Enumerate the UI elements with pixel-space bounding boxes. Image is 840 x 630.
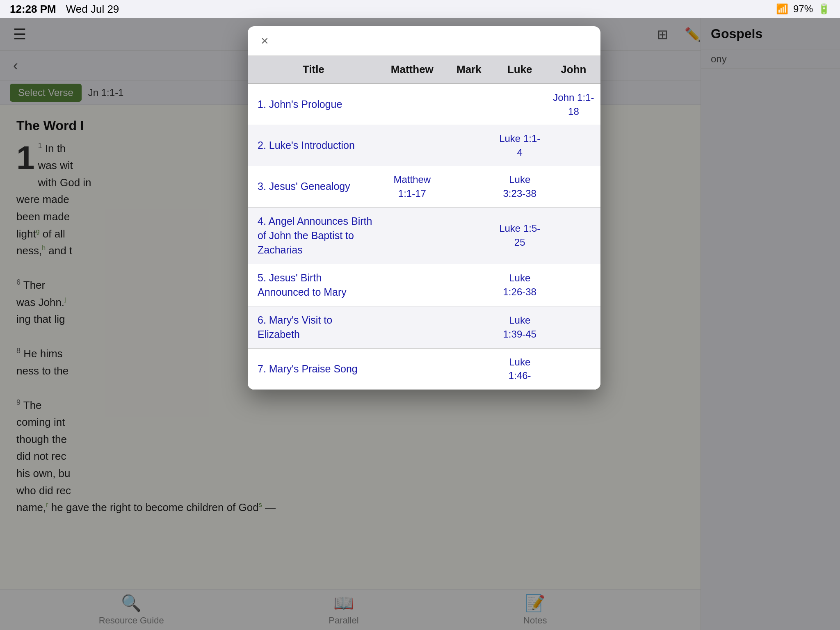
row3-john — [547, 180, 600, 193]
table-row[interactable]: 2. Luke's Introduction Luke 1:1-4 — [248, 125, 600, 166]
modal-panel: × Title Matthew Mark Luke John 1. John's… — [248, 26, 600, 390]
table-row[interactable]: 1. John's Prologue John 1:1-18 — [248, 84, 600, 125]
row6-matthew — [379, 321, 445, 334]
row4-mark — [445, 229, 493, 242]
row7-john — [547, 362, 600, 375]
row3-matthew: Matthew 1:1-17 — [379, 166, 445, 207]
row2-luke: Luke 1:1-4 — [493, 125, 547, 166]
row4-matthew — [379, 229, 445, 242]
row3-title: 3. Jesus' Genealogy — [248, 173, 379, 200]
row1-matthew — [379, 98, 445, 111]
row5-title: 5. Jesus' Birth Announced to Mary — [248, 264, 379, 306]
col-header-title: Title — [248, 63, 379, 76]
col-header-matthew: Matthew — [379, 63, 445, 76]
row2-mark — [445, 139, 493, 152]
col-header-luke: Luke — [493, 63, 547, 76]
row2-matthew — [379, 139, 445, 152]
row1-john: John 1:1-18 — [547, 84, 600, 125]
col-header-john: John — [547, 63, 600, 76]
row6-john — [547, 321, 600, 334]
table-row[interactable]: 5. Jesus' Birth Announced to Mary Luke 1… — [248, 264, 600, 306]
row2-title: 2. Luke's Introduction — [248, 132, 379, 159]
row5-mark — [445, 278, 493, 292]
modal-header: × — [248, 26, 600, 56]
row6-title: 6. Mary's Visit to Elizabeth — [248, 306, 379, 348]
table-header-row: Title Matthew Mark Luke John — [248, 56, 600, 84]
row4-luke: Luke 1:5-25 — [493, 215, 547, 256]
modal-close-button[interactable]: × — [261, 33, 269, 48]
wifi-icon: 📶 — [776, 3, 788, 15]
status-right: 📶 97% 🔋 — [776, 3, 830, 15]
row5-luke: Luke 1:26-38 — [493, 265, 547, 305]
row2-john — [547, 139, 600, 152]
row7-matthew — [379, 362, 445, 375]
col-header-mark: Mark — [445, 63, 493, 76]
row3-mark — [445, 180, 493, 193]
row1-title: 1. John's Prologue — [248, 91, 379, 118]
modal-overlay: × Title Matthew Mark Luke John 1. John's… — [0, 18, 840, 630]
row6-luke: Luke 1:39-45 — [493, 307, 547, 347]
row1-luke — [493, 98, 547, 111]
harmony-table[interactable]: Title Matthew Mark Luke John 1. John's P… — [248, 56, 600, 390]
row7-title: 7. Mary's Praise Song — [248, 355, 379, 383]
battery-icon: 🔋 — [818, 3, 830, 15]
row5-matthew — [379, 278, 445, 292]
status-date: Wed Jul 29 — [66, 3, 119, 16]
row4-title: 4. Angel Announces Birth of John the Bap… — [248, 208, 379, 264]
status-time: 12:28 PM — [10, 3, 56, 16]
status-bar: 12:28 PM Wed Jul 29 📶 97% 🔋 — [0, 0, 840, 18]
table-row[interactable]: 6. Mary's Visit to Elizabeth Luke 1:39-4… — [248, 306, 600, 349]
table-row[interactable]: 7. Mary's Praise Song Luke 1:46- — [248, 349, 600, 390]
battery-level: 97% — [793, 3, 813, 15]
row3-luke: Luke 3:23-38 — [493, 166, 547, 207]
table-row[interactable]: 3. Jesus' Genealogy Matthew 1:1-17 Luke … — [248, 166, 600, 207]
row7-mark — [445, 362, 493, 375]
row4-john — [547, 229, 600, 242]
row6-mark — [445, 321, 493, 334]
row1-mark — [445, 98, 493, 111]
row7-luke: Luke 1:46- — [493, 349, 547, 389]
table-row[interactable]: 4. Angel Announces Birth of John the Bap… — [248, 208, 600, 264]
row5-john — [547, 278, 600, 292]
